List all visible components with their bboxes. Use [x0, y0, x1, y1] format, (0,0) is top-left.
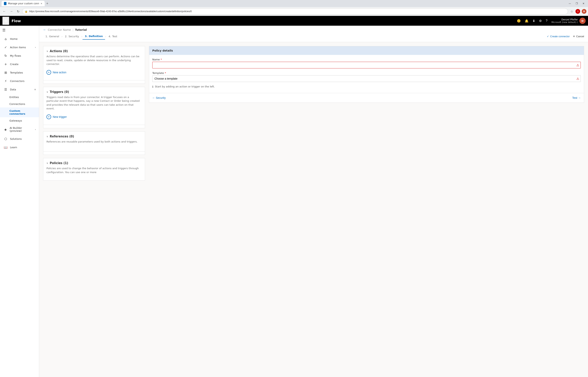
wizard-step-general[interactable]: 1. General — [43, 33, 62, 39]
wizard-actions: ✓ Create connector ✕ Cancel — [547, 35, 584, 38]
maximize-button[interactable]: ❐ — [574, 2, 580, 5]
new-action-button[interactable]: + New action — [46, 69, 66, 75]
cancel-button[interactable]: ✕ Cancel — [573, 35, 584, 38]
settings-button[interactable]: ⚙ — [537, 17, 543, 24]
right-panel: Policy details Name * — [149, 46, 584, 184]
bookmark-button[interactable]: ☆ — [570, 9, 574, 14]
template-label: Template * — [152, 71, 581, 74]
sidebar-item-data[interactable]: ☰ Data ∨ — [0, 85, 39, 94]
back-button[interactable]: ← — [1, 9, 7, 14]
emoji-button[interactable]: 😊 — [515, 17, 522, 24]
browser-tab[interactable]: Manage your custom connectors ✕ — [1, 1, 45, 6]
sidebar-item-entities[interactable]: Entities — [0, 94, 39, 101]
actions-chevron[interactable]: ∨ — [46, 50, 48, 53]
name-form-group: Name * ⚠ — [152, 58, 581, 68]
wizard-step-security[interactable]: 2. Security — [63, 33, 81, 39]
sidebar-item-home[interactable]: ⌂ Home — [0, 35, 39, 43]
actions-header: ∨ Actions (0) — [43, 46, 145, 55]
ai-builder-icon: ◈ — [4, 128, 7, 131]
favicon-icon — [4, 2, 6, 5]
close-tab-button[interactable]: ✕ — [41, 2, 42, 5]
sidebar-label-ai-builder: AI Builder (preview) — [10, 127, 33, 132]
name-label: Name * — [152, 58, 581, 61]
sidebar-item-ai-builder[interactable]: ◈ AI Builder (preview) › — [0, 124, 39, 135]
close-button[interactable]: ✕ — [581, 2, 587, 5]
template-select[interactable]: Choose a template — [152, 75, 581, 82]
security-nav-button[interactable]: ← Security — [152, 96, 166, 99]
forward-button[interactable]: → — [9, 9, 14, 14]
reload-button[interactable]: ↻ — [16, 9, 21, 14]
policies-chevron[interactable]: ∨ — [46, 162, 48, 165]
sidebar-item-custom-connectors[interactable]: Custom connectors — [0, 107, 39, 117]
new-tab-button[interactable]: + — [45, 1, 50, 6]
sidebar-item-my-flows[interactable]: ↻ My flows — [0, 52, 39, 60]
sidebar-toggle-button[interactable]: ☰ — [0, 26, 39, 35]
sidebar-item-gateways[interactable]: Gateways — [0, 117, 39, 124]
new-trigger-button[interactable]: + New trigger — [46, 114, 67, 120]
solutions-icon: ⬡ — [4, 137, 8, 141]
waffle-menu-button[interactable]: ⊞ — [2, 17, 9, 25]
sidebar-label-my-flows: My flows — [10, 54, 21, 57]
cancel-icon: ✕ — [573, 35, 575, 38]
sidebar-label-connectors: Connectors — [10, 80, 24, 82]
triggers-header: ∨ Triggers (0) — [43, 87, 145, 95]
download-button[interactable]: ⬇ — [531, 17, 537, 24]
wizard-step-definition[interactable]: 3. Definition — [82, 33, 105, 40]
references-section: ∨ References (0) References are reusable… — [43, 131, 145, 155]
help-button[interactable]: ? — [544, 17, 549, 24]
template-required: * — [165, 71, 166, 74]
browser-toolbar: ← → ↻ 🔒 ☆ O D — [0, 7, 588, 16]
sidebar-label-connections: Connections — [9, 103, 25, 106]
action-items-icon: ✓ — [4, 46, 8, 49]
template-error-icon: ⚠ — [576, 77, 579, 81]
triggers-body: Triggers read data in from your connecto… — [43, 95, 145, 123]
actions-description: Actions determine the operations that us… — [46, 55, 142, 66]
sidebar-item-solutions[interactable]: ⬡ Solutions — [0, 135, 39, 143]
create-connector-button[interactable]: ✓ Create connector — [547, 35, 570, 38]
sidebar-label-templates: Templates — [10, 71, 23, 74]
sidebar-item-action-items[interactable]: ✓ Action items › — [0, 43, 39, 52]
add-action-icon: + — [46, 70, 51, 75]
user-avatar-small[interactable]: D — [582, 9, 587, 14]
policy-panel: Policy details Name * — [149, 46, 584, 103]
user-org: Microsoft (new default) ( — [551, 21, 578, 24]
name-error-icon: ⚠ — [576, 63, 579, 67]
sidebar-label-entities: Entities — [9, 96, 19, 99]
sidebar-item-connections[interactable]: Connections — [0, 101, 39, 107]
url-input[interactable] — [29, 10, 565, 13]
lock-icon: 🔒 — [25, 10, 28, 13]
policies-body: Policies are used to change the behavior… — [43, 166, 145, 180]
wizard-steps: 1. General › 2. Security › 3. Definition… — [43, 33, 584, 40]
notifications-button[interactable]: 🔔 — [523, 17, 530, 24]
triggers-section: ∨ Triggers (0) Triggers read data in fro… — [43, 87, 145, 128]
sidebar-item-create[interactable]: + Create — [0, 60, 39, 68]
opera-icon[interactable]: O — [576, 9, 580, 14]
references-chevron[interactable]: ∨ — [46, 135, 48, 138]
user-name: Denzel Pfeifer — [551, 18, 578, 21]
sidebar-label-create: Create — [10, 63, 18, 66]
minimize-button[interactable]: — — [567, 2, 573, 5]
page-header: ← Connector Name | Tutorial 1. General ›… — [39, 26, 588, 42]
sidebar-item-connectors[interactable]: ⚡ Connectors — [0, 77, 39, 85]
name-input[interactable] — [152, 62, 581, 68]
create-icon: + — [4, 62, 8, 66]
user-avatar[interactable]: D — [579, 18, 586, 24]
triggers-title: Triggers (0) — [50, 90, 69, 94]
breadcrumb-current: Tutorial — [75, 28, 87, 31]
browser-titlebar: Manage your custom connectors ✕ + — ❐ ✕ — [0, 0, 588, 7]
sidebar-item-templates[interactable]: ⊞ Templates — [0, 68, 39, 77]
references-body: References are reusable parameters used … — [43, 140, 145, 150]
check-icon: ✓ — [547, 35, 549, 38]
content-area: ← Connector Name | Tutorial 1. General ›… — [39, 26, 588, 377]
tab-title: Manage your custom connectors — [8, 2, 39, 5]
breadcrumb: ← Connector Name | Tutorial — [43, 28, 584, 32]
triggers-chevron[interactable]: ∨ — [46, 91, 48, 93]
test-nav-button[interactable]: Test → — [572, 96, 581, 99]
sidebar-label-data: Data — [10, 88, 16, 91]
wizard-step-test[interactable]: 4. Test — [106, 33, 120, 39]
address-bar[interactable]: 🔒 — [22, 8, 568, 14]
panel-footer: ← Security Test → — [149, 93, 584, 103]
back-button[interactable]: ← — [43, 28, 46, 32]
sidebar-item-learn[interactable]: 📖 Learn — [0, 143, 39, 152]
actions-title: Actions (0) — [50, 49, 68, 53]
